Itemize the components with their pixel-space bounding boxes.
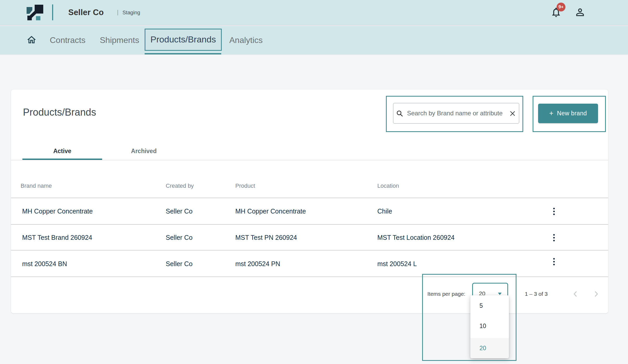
search-placeholder-text: Search by Brand name or attribute	[407, 103, 503, 124]
row-divider-2	[11, 250, 608, 250]
tabs-divider	[11, 160, 608, 160]
table-row-2-product: MST Test PN 260924	[235, 234, 297, 241]
table-row-3-created-by: Seller Co	[166, 260, 193, 268]
company-name: Seller Co	[68, 0, 104, 26]
table-row-3-location: mst 200524 L	[377, 260, 417, 268]
env-separator: |	[117, 0, 119, 26]
table-row-2-location: MST Test Location 260924	[377, 234, 455, 241]
account-icon[interactable]	[574, 7, 586, 18]
env-label: Staging	[122, 0, 140, 26]
column-header-brand-name: Brand name	[21, 160, 52, 198]
table-row-1-location: Chile	[377, 208, 392, 215]
table-row-1-product: MH Copper Concentrate	[235, 208, 306, 215]
notification-count-badge: 9+	[557, 3, 565, 11]
table-row-1-brand: MH Copper Concentrate	[22, 208, 93, 215]
table-row-2-created-by: Seller Co	[166, 234, 193, 241]
table-row-3-brand: mst 200524 BN	[22, 260, 67, 268]
home-icon[interactable]	[26, 35, 37, 45]
tab-active[interactable]: Active	[22, 142, 102, 159]
row-3-actions-menu-icon[interactable]	[550, 258, 558, 266]
row-divider-3	[11, 277, 608, 277]
nav-shipments[interactable]: Shipments	[100, 26, 139, 54]
new-brand-label: New brand	[557, 110, 587, 117]
row-1-actions-menu-icon[interactable]	[550, 207, 558, 216]
pagination-annotation-box	[422, 274, 516, 361]
previous-page-icon[interactable]	[571, 290, 580, 298]
column-header-location: Location	[377, 160, 399, 198]
table-row-3-product: mst 200524 PN	[235, 260, 280, 268]
table-row-1-created-by: Seller Co	[166, 208, 193, 215]
pagination-range: 1 – 3 of 3	[525, 277, 548, 311]
column-header-product: Product	[235, 160, 255, 198]
column-header-created-by: Created by	[166, 160, 194, 198]
page-title: Products/Brands	[23, 107, 96, 118]
nav-contracts[interactable]: Contracts	[50, 26, 85, 54]
nav-active-indicator	[145, 53, 221, 54]
next-page-icon[interactable]	[592, 290, 600, 298]
table-header-divider	[11, 198, 608, 198]
row-divider-1	[11, 224, 608, 225]
company-logo	[27, 5, 43, 20]
search-icon	[396, 110, 404, 117]
clear-search-icon[interactable]	[509, 110, 516, 117]
tab-archived[interactable]: Archived	[102, 142, 186, 159]
plus-icon: +	[549, 110, 553, 117]
brand-divider	[52, 4, 53, 20]
table-row-2-brand: MST Test Brand 260924	[22, 234, 92, 241]
nav-analytics[interactable]: Analytics	[229, 26, 263, 54]
nav-products-brands[interactable]: Products/Brands	[145, 29, 222, 51]
new-brand-button[interactable]: + New brand	[538, 104, 598, 123]
primary-nav	[0, 26, 628, 54]
row-2-actions-menu-icon[interactable]	[550, 234, 558, 242]
